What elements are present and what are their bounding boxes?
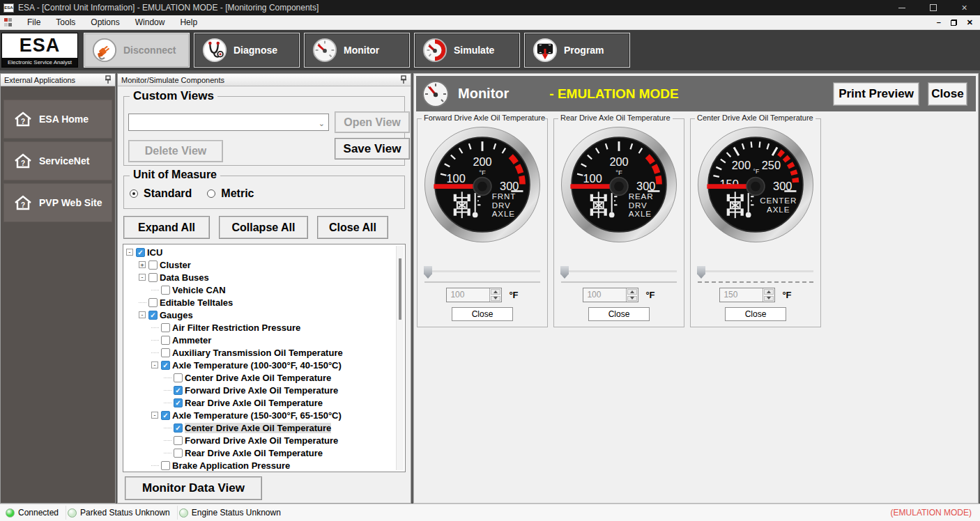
collapse-toggle-icon[interactable]: -: [151, 412, 158, 419]
node-checkbox[interactable]: [174, 436, 183, 445]
tree-node[interactable]: ✓Rear Drive Axle Oil Temperature: [125, 396, 395, 409]
node-checkbox[interactable]: [148, 260, 158, 270]
node-checkbox[interactable]: ✓: [161, 361, 170, 370]
tree-node[interactable]: Ammeter: [125, 334, 395, 346]
minimize-button[interactable]: [886, 0, 917, 15]
sidebar-item-pvp-web-site[interactable]: ? PVP Web Site: [3, 183, 112, 222]
tree-node[interactable]: -✓Gauges: [125, 309, 395, 321]
tree-node[interactable]: Center Drive Axle Oil Temperature: [125, 371, 395, 384]
spin-down-button[interactable]: [764, 296, 774, 302]
node-checkbox[interactable]: ✓: [174, 398, 183, 407]
gauge-value-slider[interactable]: [424, 265, 541, 283]
tree-node-label[interactable]: Rear Drive Axle Oil Temperature: [185, 448, 323, 458]
collapse-toggle-icon[interactable]: -: [151, 361, 158, 368]
tree-node[interactable]: -✓ICU: [125, 246, 395, 258]
slider-thumb[interactable]: [424, 266, 432, 279]
collapse-toggle-icon[interactable]: -: [126, 249, 133, 256]
open-view-button[interactable]: Open View: [335, 111, 410, 133]
spin-up-button[interactable]: [627, 289, 637, 295]
node-checkbox[interactable]: [161, 336, 170, 345]
menu-help[interactable]: Help: [172, 15, 205, 29]
tree-node[interactable]: Auxiliary Transmission Oil Temperature: [125, 346, 395, 359]
save-view-button[interactable]: Save View: [335, 138, 410, 160]
tree-scrollbar-thumb[interactable]: [399, 258, 401, 320]
expand-toggle-icon[interactable]: +: [139, 261, 146, 268]
spin-up-button[interactable]: [764, 289, 774, 295]
restore-button[interactable]: [917, 0, 949, 15]
spin-down-button[interactable]: [491, 296, 500, 302]
menu-tools[interactable]: Tools: [48, 15, 83, 29]
node-checkbox[interactable]: [161, 461, 170, 470]
tree-node[interactable]: -✓Axle Temperature (150-300°F, 65-150°C): [125, 409, 395, 421]
gauge-value-input[interactable]: 150: [719, 288, 775, 302]
diagnose-button[interactable]: Diagnose: [194, 33, 300, 68]
slider-thumb[interactable]: [560, 266, 569, 279]
tree-node-label[interactable]: Data Buses: [160, 272, 209, 283]
slider-thumb[interactable]: [697, 266, 705, 279]
tree-node-label[interactable]: Gauges: [160, 310, 193, 320]
menu-window[interactable]: Window: [128, 15, 173, 29]
sidebar-item-esa-home[interactable]: ? ESA Home: [3, 100, 112, 139]
node-checkbox[interactable]: [161, 286, 170, 295]
mdi-restore-button[interactable]: [951, 20, 957, 26]
pin-icon[interactable]: [105, 75, 112, 84]
menu-options[interactable]: Options: [83, 15, 127, 29]
tree-node-label[interactable]: Forward Drive Axle Oil Temperature: [185, 385, 338, 396]
tree-scrollbar[interactable]: [396, 246, 404, 470]
collapse-toggle-icon[interactable]: -: [139, 274, 146, 281]
standard-radio-label[interactable]: Standard: [144, 187, 192, 200]
gauge-close-button[interactable]: Close: [725, 307, 786, 321]
pin-icon[interactable]: [400, 75, 407, 84]
node-checkbox[interactable]: ✓: [174, 423, 183, 433]
print-preview-button[interactable]: Print Preview: [833, 82, 919, 106]
monitor-data-view-button[interactable]: Monitor Data View: [125, 476, 262, 500]
disconnect-button[interactable]: Disconnect: [84, 33, 190, 68]
sidebar-item-servicenet[interactable]: ? ServiceNet: [3, 141, 112, 180]
tree-node[interactable]: -✓Axle Temperature (100-300°F, 40-150°C): [125, 359, 395, 371]
node-checkbox[interactable]: [148, 298, 158, 307]
gauge-value-slider[interactable]: [697, 265, 814, 283]
tree-node-label[interactable]: Forward Drive Axle Oil Temperature: [185, 435, 338, 446]
spin-down-button[interactable]: [627, 296, 637, 302]
metric-radio-label[interactable]: Metric: [221, 187, 254, 200]
tree-node[interactable]: Vehicle CAN: [125, 283, 395, 296]
node-checkbox[interactable]: [174, 373, 183, 382]
tree-node[interactable]: Editable Telltales: [125, 296, 395, 309]
tree-node-label[interactable]: Vehicle CAN: [172, 285, 226, 295]
tree-node-label[interactable]: Rear Drive Axle Oil Temperature: [185, 398, 323, 408]
node-checkbox[interactable]: [161, 323, 170, 332]
simulate-button[interactable]: Simulate: [414, 33, 520, 68]
gauge-value-input[interactable]: 100: [446, 288, 502, 302]
tree-node[interactable]: ✓Center Drive Axle Oil Temperature: [125, 421, 395, 434]
gauge-close-button[interactable]: Close: [452, 307, 513, 321]
menu-file[interactable]: File: [20, 15, 48, 29]
node-checkbox[interactable]: [161, 348, 170, 357]
tree-node-label[interactable]: Axle Temperature (150-300°F, 65-150°C): [172, 410, 342, 421]
node-checkbox[interactable]: [174, 449, 183, 458]
expand-all-button[interactable]: Expand All: [123, 216, 210, 239]
collapse-toggle-icon[interactable]: -: [139, 311, 146, 318]
gauge-value-slider[interactable]: [560, 265, 677, 283]
monitor-close-button[interactable]: Close: [928, 82, 967, 106]
custom-views-select[interactable]: ⌄: [128, 114, 329, 131]
node-checkbox[interactable]: ✓: [161, 411, 170, 420]
tree-node[interactable]: Forward Drive Axle Oil Temperature: [125, 434, 395, 446]
tree-node-label[interactable]: Air Filter Restriction Pressure: [172, 322, 300, 333]
tree-node-label[interactable]: Axle Temperature (100-300°F, 40-150°C): [172, 360, 342, 371]
program-button[interactable]: Program: [524, 33, 630, 68]
close-window-button[interactable]: ×: [949, 0, 980, 15]
tree-node[interactable]: -Data Buses: [125, 271, 395, 283]
tree-node-label[interactable]: Auxiliary Transmission Oil Temperature: [172, 348, 343, 358]
node-checkbox[interactable]: [148, 273, 158, 282]
tree-node[interactable]: Rear Drive Axle Oil Temperature: [125, 446, 395, 459]
gauge-value-input[interactable]: 100: [583, 288, 638, 302]
tree-node-label[interactable]: Ammeter: [172, 335, 211, 345]
node-checkbox[interactable]: ✓: [174, 386, 183, 395]
gauge-close-button[interactable]: Close: [588, 307, 650, 321]
tree-node-label[interactable]: Editable Telltales: [160, 297, 233, 308]
tree-node[interactable]: Air Filter Restriction Pressure: [125, 321, 395, 334]
standard-radio[interactable]: [130, 189, 138, 198]
tree-node-label[interactable]: Center Drive Axle Oil Temperature: [185, 423, 331, 433]
delete-view-button[interactable]: Delete View: [128, 140, 223, 162]
node-checkbox[interactable]: ✓: [148, 311, 158, 320]
